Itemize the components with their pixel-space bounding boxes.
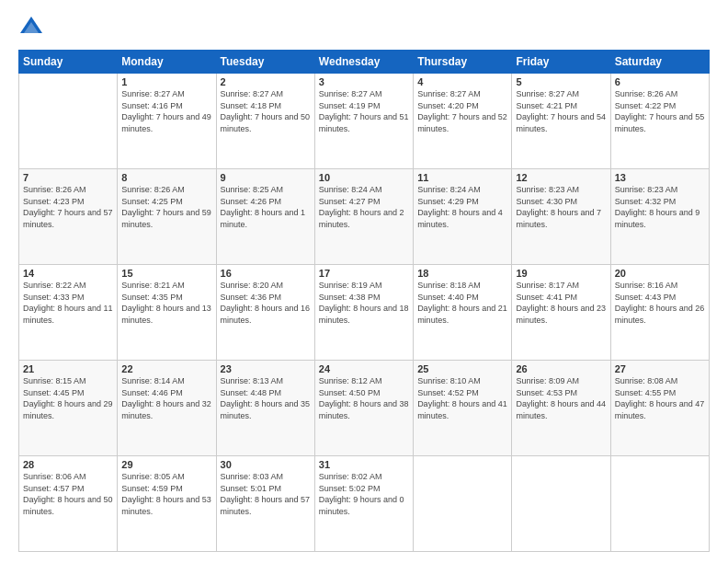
day-number: 15 [121, 268, 211, 279]
day-info: Sunrise: 8:08 AMSunset: 4:55 PMDaylight:… [615, 375, 705, 421]
day-info: Sunrise: 8:26 AMSunset: 4:25 PMDaylight:… [121, 184, 211, 230]
day-number: 17 [319, 268, 409, 279]
day-number: 8 [121, 172, 211, 183]
day-number: 26 [516, 363, 606, 374]
calendar-cell: 7Sunrise: 8:26 AMSunset: 4:23 PMDaylight… [19, 169, 118, 265]
day-number: 20 [615, 268, 705, 279]
calendar-cell: 27Sunrise: 8:08 AMSunset: 4:55 PMDayligh… [610, 361, 709, 456]
day-number: 27 [615, 363, 705, 374]
calendar-cell: 30Sunrise: 8:03 AMSunset: 5:01 PMDayligh… [216, 456, 314, 552]
day-number: 5 [516, 76, 606, 87]
day-info: Sunrise: 8:23 AMSunset: 4:30 PMDaylight:… [516, 184, 606, 230]
day-number: 28 [23, 459, 113, 470]
day-info: Sunrise: 8:22 AMSunset: 4:33 PMDaylight:… [23, 280, 113, 326]
calendar-cell [19, 74, 118, 169]
week-row-3: 14Sunrise: 8:22 AMSunset: 4:33 PMDayligh… [19, 265, 710, 361]
header [18, 15, 710, 40]
calendar-cell: 21Sunrise: 8:15 AMSunset: 4:45 PMDayligh… [19, 361, 118, 456]
logo-icon [18, 15, 44, 40]
calendar-cell [512, 456, 610, 552]
day-info: Sunrise: 8:21 AMSunset: 4:35 PMDaylight:… [121, 280, 211, 326]
day-number: 19 [516, 268, 606, 279]
weekday-thursday: Thursday [414, 51, 512, 74]
week-row-4: 21Sunrise: 8:15 AMSunset: 4:45 PMDayligh… [19, 361, 710, 456]
calendar-cell: 2Sunrise: 8:27 AMSunset: 4:18 PMDaylight… [216, 74, 314, 169]
day-info: Sunrise: 8:12 AMSunset: 4:50 PMDaylight:… [319, 375, 409, 421]
week-row-2: 7Sunrise: 8:26 AMSunset: 4:23 PMDaylight… [19, 169, 710, 265]
day-info: Sunrise: 8:27 AMSunset: 4:20 PMDaylight:… [417, 88, 507, 134]
weekday-friday: Friday [512, 51, 610, 74]
weekday-sunday: Sunday [19, 51, 118, 74]
day-number: 23 [221, 363, 311, 374]
day-info: Sunrise: 8:06 AMSunset: 4:57 PMDaylight:… [23, 471, 113, 517]
day-info: Sunrise: 8:25 AMSunset: 4:26 PMDaylight:… [221, 184, 311, 230]
day-number: 11 [417, 172, 507, 183]
day-number: 7 [23, 172, 113, 183]
day-info: Sunrise: 8:10 AMSunset: 4:52 PMDaylight:… [417, 375, 507, 421]
calendar-table: SundayMondayTuesdayWednesdayThursdayFrid… [18, 50, 710, 552]
calendar-cell: 6Sunrise: 8:26 AMSunset: 4:22 PMDaylight… [610, 74, 709, 169]
day-number: 3 [319, 76, 409, 87]
day-number: 25 [417, 363, 507, 374]
week-row-1: 1Sunrise: 8:27 AMSunset: 4:16 PMDaylight… [19, 74, 710, 169]
day-info: Sunrise: 8:26 AMSunset: 4:22 PMDaylight:… [615, 88, 705, 134]
day-number: 10 [319, 172, 409, 183]
calendar-cell: 13Sunrise: 8:23 AMSunset: 4:32 PMDayligh… [610, 169, 709, 265]
day-number: 21 [23, 363, 113, 374]
day-info: Sunrise: 8:27 AMSunset: 4:16 PMDaylight:… [121, 88, 211, 134]
calendar-cell: 25Sunrise: 8:10 AMSunset: 4:52 PMDayligh… [414, 361, 512, 456]
calendar-cell: 4Sunrise: 8:27 AMSunset: 4:20 PMDaylight… [414, 74, 512, 169]
day-number: 29 [121, 459, 211, 470]
day-info: Sunrise: 8:27 AMSunset: 4:18 PMDaylight:… [221, 88, 311, 134]
weekday-saturday: Saturday [610, 51, 709, 74]
calendar-cell: 14Sunrise: 8:22 AMSunset: 4:33 PMDayligh… [19, 265, 118, 361]
day-number: 12 [516, 172, 606, 183]
day-number: 13 [615, 172, 705, 183]
weekday-tuesday: Tuesday [216, 51, 314, 74]
weekday-monday: Monday [118, 51, 216, 74]
day-info: Sunrise: 8:15 AMSunset: 4:45 PMDaylight:… [23, 375, 113, 421]
calendar-cell: 24Sunrise: 8:12 AMSunset: 4:50 PMDayligh… [314, 361, 413, 456]
calendar-cell: 29Sunrise: 8:05 AMSunset: 4:59 PMDayligh… [118, 456, 216, 552]
calendar-cell: 12Sunrise: 8:23 AMSunset: 4:30 PMDayligh… [512, 169, 610, 265]
day-number: 6 [615, 76, 705, 87]
calendar-cell: 19Sunrise: 8:17 AMSunset: 4:41 PMDayligh… [512, 265, 610, 361]
day-info: Sunrise: 8:03 AMSunset: 5:01 PMDaylight:… [221, 471, 311, 517]
calendar-cell: 20Sunrise: 8:16 AMSunset: 4:43 PMDayligh… [610, 265, 709, 361]
logo [18, 15, 48, 40]
day-info: Sunrise: 8:05 AMSunset: 4:59 PMDaylight:… [121, 471, 211, 517]
calendar-cell: 17Sunrise: 8:19 AMSunset: 4:38 PMDayligh… [314, 265, 413, 361]
calendar-cell: 3Sunrise: 8:27 AMSunset: 4:19 PMDaylight… [314, 74, 413, 169]
calendar-cell: 16Sunrise: 8:20 AMSunset: 4:36 PMDayligh… [216, 265, 314, 361]
calendar-cell [414, 456, 512, 552]
day-number: 4 [417, 76, 507, 87]
calendar-cell: 1Sunrise: 8:27 AMSunset: 4:16 PMDaylight… [118, 74, 216, 169]
calendar-cell: 11Sunrise: 8:24 AMSunset: 4:29 PMDayligh… [414, 169, 512, 265]
day-number: 1 [121, 76, 211, 87]
day-number: 31 [319, 459, 409, 470]
weekday-header-row: SundayMondayTuesdayWednesdayThursdayFrid… [19, 51, 710, 74]
calendar-cell: 9Sunrise: 8:25 AMSunset: 4:26 PMDaylight… [216, 169, 314, 265]
day-info: Sunrise: 8:17 AMSunset: 4:41 PMDaylight:… [516, 280, 606, 326]
day-info: Sunrise: 8:20 AMSunset: 4:36 PMDaylight:… [221, 280, 311, 326]
day-info: Sunrise: 8:23 AMSunset: 4:32 PMDaylight:… [615, 184, 705, 230]
day-info: Sunrise: 8:27 AMSunset: 4:21 PMDaylight:… [516, 88, 606, 134]
calendar-cell: 23Sunrise: 8:13 AMSunset: 4:48 PMDayligh… [216, 361, 314, 456]
calendar-cell: 18Sunrise: 8:18 AMSunset: 4:40 PMDayligh… [414, 265, 512, 361]
calendar-cell: 10Sunrise: 8:24 AMSunset: 4:27 PMDayligh… [314, 169, 413, 265]
day-number: 2 [221, 76, 311, 87]
day-number: 22 [121, 363, 211, 374]
calendar-cell: 8Sunrise: 8:26 AMSunset: 4:25 PMDaylight… [118, 169, 216, 265]
calendar-cell: 5Sunrise: 8:27 AMSunset: 4:21 PMDaylight… [512, 74, 610, 169]
day-info: Sunrise: 8:09 AMSunset: 4:53 PMDaylight:… [516, 375, 606, 421]
day-number: 9 [221, 172, 311, 183]
weekday-wednesday: Wednesday [314, 51, 413, 74]
day-info: Sunrise: 8:24 AMSunset: 4:29 PMDaylight:… [417, 184, 507, 230]
day-info: Sunrise: 8:16 AMSunset: 4:43 PMDaylight:… [615, 280, 705, 326]
calendar-cell: 31Sunrise: 8:02 AMSunset: 5:02 PMDayligh… [314, 456, 413, 552]
day-number: 24 [319, 363, 409, 374]
day-number: 30 [221, 459, 311, 470]
calendar-cell: 15Sunrise: 8:21 AMSunset: 4:35 PMDayligh… [118, 265, 216, 361]
week-row-5: 28Sunrise: 8:06 AMSunset: 4:57 PMDayligh… [19, 456, 710, 552]
calendar-cell: 28Sunrise: 8:06 AMSunset: 4:57 PMDayligh… [19, 456, 118, 552]
